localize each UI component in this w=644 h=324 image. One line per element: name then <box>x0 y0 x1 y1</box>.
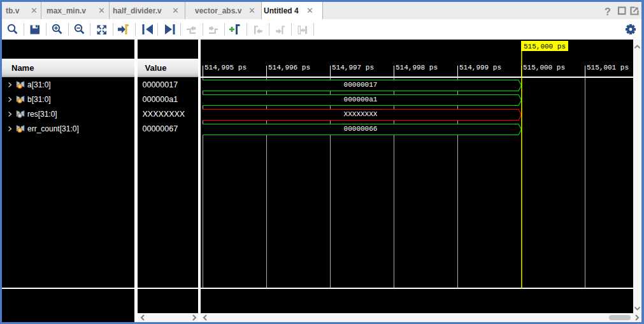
svg-text:514,999 ps: 514,999 ps <box>459 64 501 71</box>
svg-text:515,000 ps: 515,000 ps <box>524 43 566 50</box>
svg-text:515,000 ps: 515,000 ps <box>523 64 565 71</box>
svg-text:00000066: 00000066 <box>344 125 378 133</box>
svg-text:XXXXXXXX: XXXXXXXX <box>344 110 378 118</box>
svg-text:?: ? <box>605 6 611 17</box>
svg-text:00000017: 00000017 <box>344 81 378 89</box>
svg-text:515,001 ps: 515,001 ps <box>587 64 629 71</box>
svg-text:000000a1: 000000a1 <box>344 96 378 103</box>
svg-text:514,998 ps: 514,998 ps <box>396 64 438 71</box>
svg-text:514,997 ps: 514,997 ps <box>332 64 374 71</box>
svg-text:514,996 ps: 514,996 ps <box>268 64 310 71</box>
svg-text:514,995 ps: 514,995 ps <box>204 64 247 71</box>
